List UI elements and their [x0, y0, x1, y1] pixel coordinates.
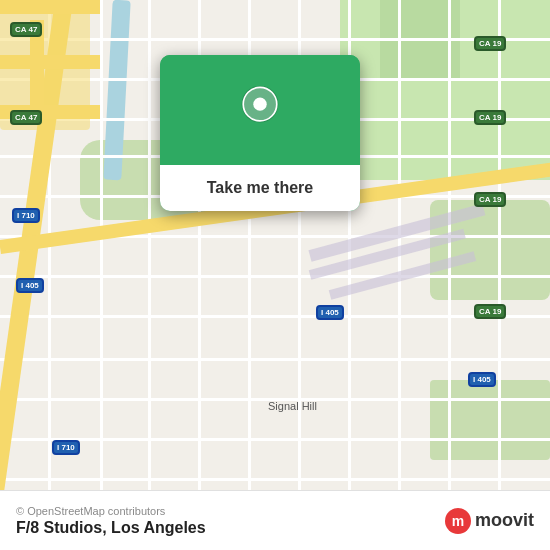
- ca19-label-1: CA 19: [474, 36, 506, 51]
- i710-label-2: I 710: [52, 440, 80, 455]
- i405-label-2: I 405: [316, 305, 344, 320]
- moovit-logo: m moovit: [445, 508, 534, 534]
- ca19-label-4: CA 19: [474, 304, 506, 319]
- popup-icon-area: [160, 55, 360, 165]
- street-v-10: [498, 0, 501, 550]
- popup-card: Take me there: [160, 55, 360, 211]
- moovit-icon: m: [445, 508, 471, 534]
- ca47-road-h: [0, 0, 100, 14]
- i405-label-3: I 405: [468, 372, 496, 387]
- ca19-label-2: CA 19: [474, 110, 506, 125]
- location-pin-icon: [234, 84, 286, 136]
- i710-label: I 710: [12, 208, 40, 223]
- street-h-11: [0, 438, 550, 441]
- street-h-8: [0, 315, 550, 318]
- take-me-there-button[interactable]: Take me there: [160, 165, 360, 211]
- bottom-left-section: © OpenStreetMap contributors F/8 Studios…: [16, 505, 445, 537]
- ca19-label-3: CA 19: [474, 192, 506, 207]
- street-h-9: [0, 358, 550, 361]
- street-h-12: [0, 478, 550, 481]
- ca47-label-1: CA 47: [10, 22, 42, 37]
- ca47-label-2: CA 47: [10, 110, 42, 125]
- street-v-9: [448, 0, 451, 550]
- street-v-3: [148, 0, 151, 550]
- ca47-road-h2: [0, 55, 100, 69]
- street-h-7: [0, 275, 550, 278]
- map-container: CA 47 CA 47 I 710 I 405 I 405 I 405 I 71…: [0, 0, 550, 550]
- svg-point-2: [253, 97, 266, 110]
- i405-label-1: I 405: [16, 278, 44, 293]
- signal-hill-label: Signal Hill: [268, 400, 317, 412]
- street-v-2: [100, 0, 103, 550]
- bottom-bar: © OpenStreetMap contributors F/8 Studios…: [0, 490, 550, 550]
- moovit-text: moovit: [475, 510, 534, 531]
- location-name: F/8 Studios, Los Angeles: [16, 519, 445, 537]
- map-attribution: © OpenStreetMap contributors: [16, 505, 445, 517]
